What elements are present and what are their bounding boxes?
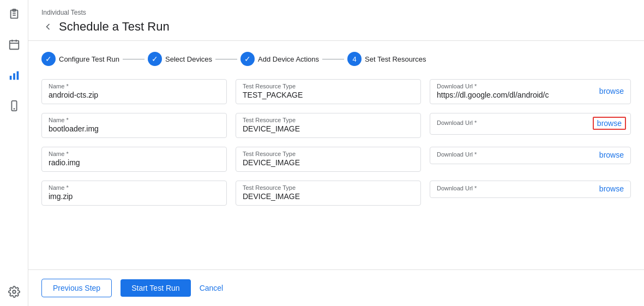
resource-row: Name * android-cts.zip Test Resource Typ… [41,79,631,104]
resource-row: Name * radio.img Test Resource Type DEVI… [41,147,631,172]
calendar-icon[interactable] [7,37,22,52]
step4-label: Set Test Resources [365,55,426,63]
step-connector-1 [123,59,145,59]
url-field-0: Download Url * https://dl.google.com/dl/… [430,79,631,104]
url-label-2: Download Url * [437,151,597,158]
name-value-0: android-cts.zip [49,91,220,99]
start-test-run-button[interactable]: Start Test Run [121,279,190,297]
url-label-1: Download Url * [437,119,593,126]
page-title: Schedule a Test Run [59,20,170,34]
step-connector-2 [215,59,237,59]
browse-button-0[interactable]: browse [597,87,626,95]
step-add-actions: Add Device Actions [240,52,319,66]
resource-row: Name * bootloader.img Test Resource Type… [41,113,631,138]
type-value-2: DEVICE_IMAGE [243,158,414,167]
type-value-0: TEST_PACKAGE [243,91,414,99]
url-field-1: Download Url * browse [430,113,631,135]
clipboard-icon[interactable] [7,7,22,22]
type-label-1: Test Resource Type [243,117,414,123]
step1-label: Configure Test Run [59,55,119,63]
url-label-0: Download Url * [437,83,597,89]
name-label-1: Name * [49,117,220,123]
step4-circle: 4 [347,52,362,66]
type-field-2: Test Resource Type DEVICE_IMAGE [236,147,421,172]
name-value-2: radio.img [49,158,220,167]
name-label-0: Name * [49,83,220,89]
cancel-button[interactable]: Cancel [200,284,224,292]
step3-circle [240,52,255,66]
chart-icon[interactable] [7,68,22,83]
browse-button-3[interactable]: browse [597,184,626,193]
phone-icon[interactable] [7,98,22,113]
main-panel: Individual Tests Schedule a Test Run Con… [28,0,644,306]
back-button[interactable] [41,20,55,33]
url-field-3: Download Url * browse [430,181,631,198]
step-set-resources: 4 Set Test Resources [347,52,426,66]
name-field-1: Name * bootloader.img [41,113,227,138]
svg-rect-10 [16,71,19,80]
step-select-devices: Select Devices [148,52,212,66]
resource-form: Name * android-cts.zip Test Resource Typ… [41,79,631,206]
type-label-2: Test Resource Type [243,151,414,157]
svg-rect-9 [13,73,15,80]
resource-row: Name * img.zip Test Resource Type DEVICE… [41,181,631,206]
content-area: Configure Test Run Select Devices Add De… [28,41,644,269]
type-label-3: Test Resource Type [243,184,414,191]
type-value-3: DEVICE_IMAGE [243,192,414,201]
step2-label: Select Devices [165,55,212,63]
name-field-2: Name * radio.img [41,147,227,172]
previous-step-button[interactable]: Previous Step [41,279,112,297]
browse-button-1[interactable]: browse [593,117,626,130]
url-inner-3: Download Url * [437,185,597,193]
type-value-1: DEVICE_IMAGE [243,124,414,133]
name-field-3: Name * img.zip [41,181,227,206]
name-value-1: bootloader.img [49,124,220,133]
page-header: Individual Tests Schedule a Test Run [28,0,644,41]
name-value-3: img.zip [49,192,220,201]
step-connector-3 [322,59,344,59]
sidebar [0,0,28,306]
url-inner-1: Download Url * [437,119,593,127]
svg-rect-4 [9,41,19,50]
name-label-3: Name * [49,184,220,191]
breadcrumb: Individual Tests [41,9,631,16]
url-field-2: Download Url * browse [430,147,631,164]
name-field-0: Name * android-cts.zip [41,79,227,104]
url-label-3: Download Url * [437,185,597,191]
url-inner-0: Download Url * https://dl.google.com/dl/… [437,83,597,99]
url-value-0: https://dl.google.com/dl/android/c [437,91,597,99]
svg-rect-8 [9,76,11,80]
type-field-0: Test Resource Type TEST_PACKAGE [236,79,421,104]
browse-button-2[interactable]: browse [597,151,626,159]
step1-circle [41,52,56,66]
url-inner-2: Download Url * [437,151,597,159]
type-field-1: Test Resource Type DEVICE_IMAGE [236,113,421,138]
type-field-3: Test Resource Type DEVICE_IMAGE [236,181,421,206]
settings-icon[interactable] [7,284,22,299]
name-label-2: Name * [49,151,220,157]
stepper: Configure Test Run Select Devices Add De… [41,52,631,66]
step2-circle [148,52,162,66]
step3-label: Add Device Actions [258,55,319,63]
step-configure: Configure Test Run [41,52,119,66]
footer: Previous Step Start Test Run Cancel [28,269,644,306]
svg-point-13 [13,290,16,293]
type-label-0: Test Resource Type [243,83,414,89]
